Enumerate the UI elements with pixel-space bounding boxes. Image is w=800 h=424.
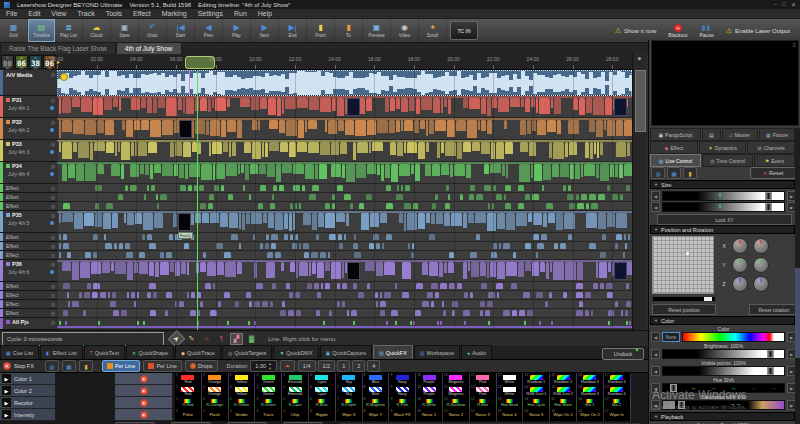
quickfx-cell[interactable]: 8Blue xyxy=(363,385,390,397)
effect-block[interactable] xyxy=(412,243,414,249)
window-control-icon[interactable]: □ xyxy=(782,1,786,8)
effect-block[interactable] xyxy=(243,185,245,191)
cue-block[interactable] xyxy=(537,120,546,135)
cue-block[interactable] xyxy=(298,120,304,138)
cue-block[interactable] xyxy=(119,98,121,111)
effect-block[interactable] xyxy=(180,185,186,191)
quickfx-cell[interactable]: 4Trace xyxy=(255,409,282,421)
quickfx-cell[interactable]: 2Orange xyxy=(202,373,229,385)
cue-block[interactable] xyxy=(299,262,308,276)
toolbar-to-button[interactable]: ▮To xyxy=(335,19,363,42)
effect-block[interactable] xyxy=(344,194,351,200)
cue-block[interactable] xyxy=(553,262,564,280)
position-knob-z[interactable] xyxy=(732,276,748,292)
slider-thumb[interactable] xyxy=(767,350,774,358)
cue-block[interactable] xyxy=(115,142,117,156)
cue-block[interactable] xyxy=(407,213,417,230)
effect-block[interactable] xyxy=(576,292,583,298)
track-header-effect[interactable]: Effect◎ xyxy=(0,193,57,202)
effect-block[interactable] xyxy=(576,194,579,200)
cue-block[interactable] xyxy=(528,213,532,222)
cue-block[interactable] xyxy=(85,120,96,135)
effect-block[interactable] xyxy=(401,185,403,191)
cue-block[interactable] xyxy=(525,98,530,112)
cue-block[interactable] xyxy=(251,213,262,224)
effect-block[interactable] xyxy=(591,310,593,316)
effect-block[interactable] xyxy=(63,310,68,316)
play-row-icon[interactable]: ▶ xyxy=(1,409,12,420)
effect-block[interactable] xyxy=(59,234,61,240)
effect-block[interactable] xyxy=(296,310,301,316)
toolbar-preview-button[interactable]: ▣Preview xyxy=(363,19,391,42)
slider-left-icon[interactable]: ◀ xyxy=(651,400,660,410)
quickfx-cell[interactable]: 13Noise 4 xyxy=(497,409,524,421)
cue-block[interactable] xyxy=(315,164,318,179)
cue-block[interactable] xyxy=(599,262,607,278)
quickfx-cell[interactable]: 9Navy xyxy=(389,373,416,385)
effect-block[interactable] xyxy=(464,292,468,298)
effect-block[interactable] xyxy=(496,194,502,200)
effect-block[interactable] xyxy=(295,292,300,298)
cue-block[interactable] xyxy=(552,164,559,177)
cue-block[interactable] xyxy=(353,142,356,160)
cue-block[interactable] xyxy=(506,213,515,230)
effect-block[interactable] xyxy=(338,234,342,240)
effect-block[interactable] xyxy=(569,203,575,209)
cue-block[interactable] xyxy=(78,142,89,158)
cue-block[interactable] xyxy=(510,98,520,107)
effect-block[interactable] xyxy=(249,301,252,307)
cue-block[interactable] xyxy=(150,164,153,179)
effect-block[interactable] xyxy=(311,252,318,258)
effect-block[interactable] xyxy=(153,292,157,298)
effect-block[interactable] xyxy=(375,292,378,298)
track-lane-all-pjs[interactable] xyxy=(57,318,632,330)
cue-block[interactable] xyxy=(113,98,118,107)
effect-block[interactable] xyxy=(380,310,385,316)
cue-block[interactable] xyxy=(396,120,400,132)
tab-doc[interactable]: ▤ xyxy=(702,128,721,141)
zone-dot-icon[interactable] xyxy=(50,221,54,225)
effect-block[interactable] xyxy=(470,252,477,258)
effect-block[interactable] xyxy=(188,185,192,191)
effect-block[interactable] xyxy=(519,310,525,316)
toolbar-play-button[interactable]: ▶Play xyxy=(223,19,251,42)
track-header-effect[interactable]: Effect◎ xyxy=(0,184,57,193)
quickfx-cell[interactable]: 8Blue xyxy=(363,373,390,385)
cue-block[interactable] xyxy=(217,262,224,275)
effect-block[interactable] xyxy=(112,292,116,298)
quickfx-cell[interactable]: 15Wipe On 1 xyxy=(550,409,577,421)
cue-block[interactable] xyxy=(102,262,110,273)
effect-block[interactable] xyxy=(448,194,450,200)
cue-block[interactable] xyxy=(367,164,376,174)
effect-block[interactable] xyxy=(218,301,221,307)
cue-block[interactable] xyxy=(154,164,161,173)
cue-block[interactable] xyxy=(497,213,505,229)
quickfx-cell[interactable]: 1Pulse xyxy=(175,409,202,421)
cue-block[interactable] xyxy=(560,164,569,177)
size-section-header[interactable]: ▼ Size xyxy=(650,180,795,189)
cue-block[interactable] xyxy=(155,262,159,277)
effect-block[interactable] xyxy=(79,292,82,298)
quickfx-cell[interactable]: 14RGB Dust 1 xyxy=(523,385,550,397)
sphere-icon[interactable]: ◍ xyxy=(45,360,59,372)
timeline-tab[interactable]: Raise The Black Flag Laser Show xyxy=(0,42,116,54)
timeline-lanes[interactable]: FastQ xyxy=(57,70,632,330)
cue-block[interactable] xyxy=(600,142,603,155)
cue-block[interactable] xyxy=(251,98,259,110)
cue-block[interactable] xyxy=(426,120,428,136)
quickfx-cell[interactable]: 16Mix 1 xyxy=(577,397,604,409)
cue-block[interactable] xyxy=(516,213,527,226)
cue-block[interactable] xyxy=(238,164,240,174)
track-header-effect[interactable]: Effect◎ xyxy=(0,291,57,300)
effect-block[interactable] xyxy=(620,194,623,200)
cue-block[interactable] xyxy=(303,213,311,225)
cue-block[interactable] xyxy=(471,262,479,277)
cue-block[interactable] xyxy=(463,142,471,152)
effect-block[interactable] xyxy=(612,194,618,200)
cue-block[interactable] xyxy=(491,142,495,159)
cue-block[interactable] xyxy=(59,98,61,114)
tab-quickdmx[interactable]: ▼QuickDMX xyxy=(273,345,318,359)
effect-block[interactable] xyxy=(93,283,100,289)
cue-block[interactable] xyxy=(444,262,447,273)
cue-block[interactable] xyxy=(269,142,279,151)
